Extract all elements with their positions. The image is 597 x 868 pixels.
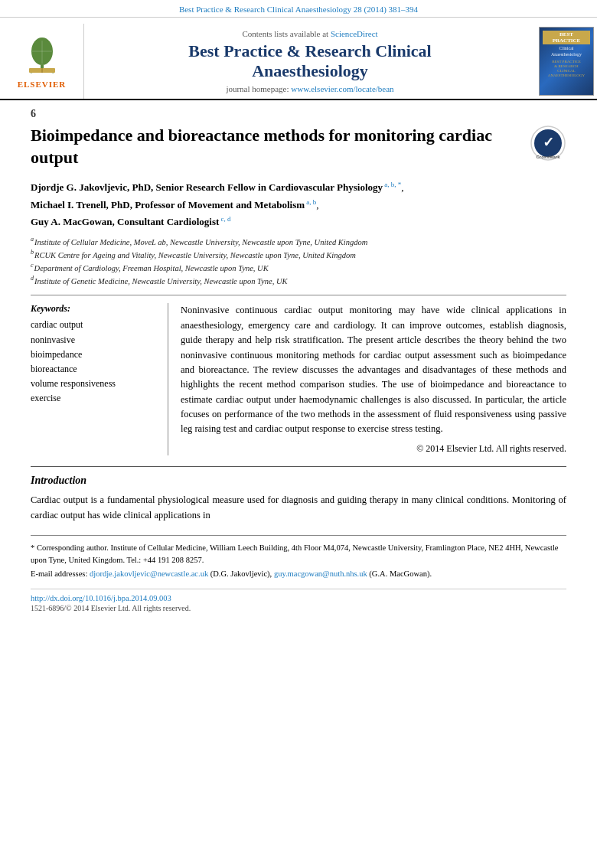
elsevier-logo: ELSEVIER — [0, 24, 84, 99]
keywords-title: Keywords: — [31, 303, 160, 315]
keyword-3: bioimpedance — [31, 348, 160, 362]
author-3: Guy A. MacGowan, Consultant Cardiologist… — [31, 214, 566, 230]
sciencedirect-link[interactable]: ScienceDirect — [331, 29, 378, 38]
copyright-text: © 2014 Elsevier Ltd. All rights reserved… — [181, 442, 566, 456]
keyword-6: exercise — [31, 391, 160, 406]
issn-text: 1521-6896/© 2014 Elsevier Ltd. All right… — [31, 604, 566, 612]
abstract-text: Noninvasive continuous cardiac output mo… — [181, 303, 566, 436]
keyword-4: bioreactance — [31, 362, 160, 377]
affil-a: a Institute of Cellular Medicine, MoveL … — [31, 237, 566, 249]
email-1-link[interactable]: djordje.jakovljevic@newcastle.ac.uk — [90, 569, 208, 578]
footnotes: * Corresponding author. Institute of Cel… — [31, 535, 566, 579]
affiliations-section: a Institute of Cellular Medicine, MoveL … — [31, 237, 566, 287]
journal-homepage: journal homepage: www.elsevier.com/locat… — [226, 84, 393, 93]
author-1-sup: a, b, * — [383, 181, 401, 188]
journal-cover-image: BEST PRACTICE ClinicalAnaesthesiology BE… — [536, 24, 597, 99]
affil-c-text: Department of Cardiology, Freeman Hospit… — [34, 263, 269, 275]
keyword-5: volume responsiveness — [31, 377, 160, 391]
author-3-sup: c, d — [219, 215, 230, 223]
abstract-section: Keywords: cardiac output noninvasive bio… — [31, 303, 566, 455]
affil-a-text: Institute of Cellular Medicine, MoveL ab… — [34, 237, 367, 249]
article-number: 6 — [31, 108, 566, 120]
doi-section: http://dx.doi.org/10.1016/j.bpa.2014.09.… — [31, 589, 566, 612]
cover-title: ClinicalAnaesthesiology — [551, 46, 582, 58]
affil-b: b RCUK Centre for Ageing and Vitality, N… — [31, 250, 566, 262]
affil-d: d Institute of Genetic Medicine, Newcast… — [31, 276, 566, 288]
keyword-2: noninvasive — [31, 333, 160, 348]
introduction-text: Cardiac output is a fundamental physiolo… — [31, 493, 566, 523]
svg-text:✓: ✓ — [543, 135, 554, 150]
crossmark-icon: ✓ CrossMark — [530, 125, 566, 162]
cover-subtitle: BEST PRACTICE& RESEARCHCLINICALANAESTHES… — [548, 60, 585, 78]
cover-best-label: BEST PRACTICE — [543, 31, 590, 44]
section-divider-2 — [31, 466, 566, 467]
introduction-heading: Introduction — [31, 475, 566, 487]
article-title-block: Bioimpedance and bioreactance methods fo… — [31, 125, 566, 168]
section-divider-1 — [31, 295, 566, 295]
abstract-column: Noninvasive continuous cardiac output mo… — [181, 303, 566, 455]
science-direct-line: Contents lists available at ScienceDirec… — [242, 29, 377, 38]
homepage-link[interactable]: www.elsevier.com/locate/bean — [291, 84, 393, 93]
svg-text:CrossMark: CrossMark — [536, 155, 560, 159]
article-title-text: Bioimpedance and bioreactance methods fo… — [31, 125, 522, 168]
journal-info-center: Contents lists available at ScienceDirec… — [84, 24, 536, 99]
journal-header: ELSEVIER Contents lists available at Sci… — [0, 18, 597, 100]
author-3-name: Guy A. MacGowan, Consultant Cardiologist — [31, 216, 219, 227]
author-1: Djordje G. Jakovljevic, PhD, Senior Rese… — [31, 179, 566, 196]
doi-link[interactable]: http://dx.doi.org/10.1016/j.bpa.2014.09.… — [31, 594, 566, 602]
author-2-name: Michael I. Trenell, PhD, Professor of Mo… — [31, 199, 305, 210]
affil-b-text: RCUK Centre for Ageing and Vitality, New… — [34, 250, 356, 262]
affil-c: c Department of Cardiology, Freeman Hosp… — [31, 263, 566, 275]
keyword-1: cardiac output — [31, 318, 160, 332]
email-note: E-mail addresses: djordje.jakovljevic@ne… — [31, 568, 566, 580]
corresponding-note: * Corresponding author. Institute of Cel… — [31, 542, 566, 566]
email-2-link[interactable]: guy.macgowan@nuth.nhs.uk — [274, 569, 367, 578]
elsevier-tree-icon — [15, 34, 69, 77]
elsevier-name: ELSEVIER — [18, 80, 67, 89]
cover-thumbnail: BEST PRACTICE ClinicalAnaesthesiology BE… — [539, 27, 594, 96]
author-2: Michael I. Trenell, PhD, Professor of Mo… — [31, 197, 566, 214]
journal-citation: Best Practice & Research Clinical Anaest… — [0, 0, 597, 18]
author-2-sup: a, b — [305, 198, 316, 206]
citation-text: Best Practice & Research Clinical Anaest… — [179, 5, 418, 14]
journal-title: Best Practice & Research Clinical Anaest… — [188, 41, 431, 82]
authors-section: Djordje G. Jakovljevic, PhD, Senior Rese… — [31, 179, 566, 230]
affil-d-text: Institute of Genetic Medicine, Newcastle… — [34, 276, 287, 288]
author-1-name: Djordje G. Jakovljevic, PhD, Senior Rese… — [31, 182, 383, 194]
article-body: 6 Bioimpedance and bioreactance methods … — [0, 100, 597, 628]
keywords-column: Keywords: cardiac output noninvasive bio… — [31, 303, 168, 455]
